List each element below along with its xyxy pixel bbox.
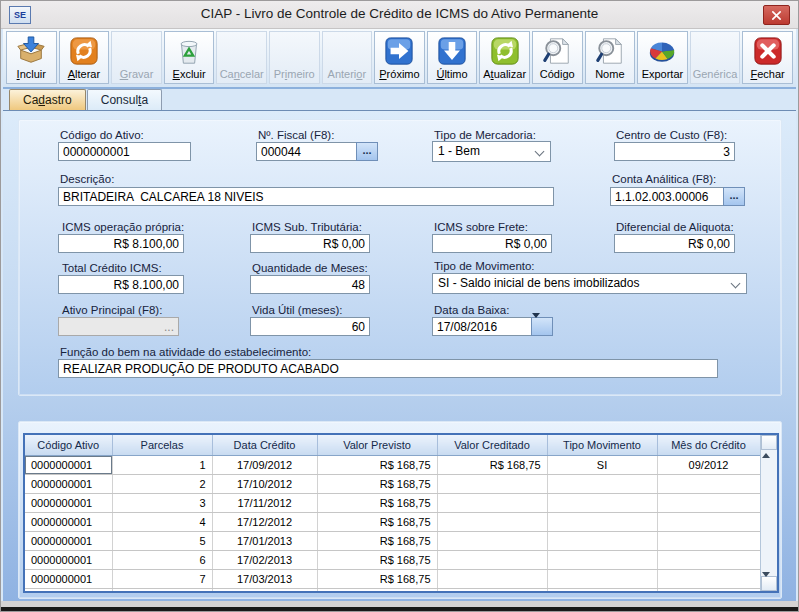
grid-column-header[interactable]: Valor Previsto <box>317 435 437 455</box>
table-cell <box>547 569 657 588</box>
num-fiscal-label: Nº. Fiscal (F8): <box>258 129 334 141</box>
grid-column-header[interactable]: Valor Creditado <box>437 435 547 455</box>
search-document-icon <box>542 34 572 68</box>
table-cell: 0000000001 <box>25 531 112 550</box>
toolbar-button-label: Próximo <box>379 68 419 81</box>
toolbar-button-exportar[interactable]: Exportar <box>637 31 688 84</box>
table-row[interactable]: 0000000001217/10/2012R$ 168,75 <box>25 474 760 493</box>
table-row[interactable]: 0000000001517/01/2013R$ 168,75 <box>25 531 760 550</box>
table-cell: 09/2012 <box>657 455 760 474</box>
toolbar-button-primeiro: Primeiro <box>269 31 320 84</box>
grid-column-header[interactable]: Mês do Crédito <box>657 435 760 455</box>
data-baixa-input[interactable] <box>432 317 532 336</box>
conta-analitica-label: Conta Análitica (F8): <box>612 173 716 185</box>
table-cell <box>657 588 760 591</box>
grid-column-header[interactable]: Parcelas <box>112 435 212 455</box>
orange-refresh-icon <box>69 34 99 68</box>
table-row[interactable]: 0000000001417/12/2012R$ 168,75 <box>25 512 760 531</box>
toolbar-button-anterior: Anterior <box>322 31 373 84</box>
icms-frete-label: ICMS sobre Frete: <box>434 221 528 233</box>
toolbar-button-label: Alterar <box>68 68 100 81</box>
num-fiscal-input[interactable] <box>256 142 357 161</box>
scroll-down-button[interactable] <box>761 576 777 591</box>
toolbar-button-atualizar[interactable]: Atualizar <box>479 31 530 84</box>
toolbar-button-ultimo[interactable]: Último <box>427 31 478 84</box>
grid-column-header[interactable]: Tipo Movimento <box>547 435 657 455</box>
table-cell: 0000000001 <box>25 588 112 591</box>
scroll-down-arrow-icon <box>762 572 770 593</box>
search-document-icon <box>595 34 625 68</box>
table-cell: 0000000001 <box>25 550 112 569</box>
table-cell: 6 <box>112 550 212 569</box>
table-cell: R$ 168,75 <box>317 474 437 493</box>
toolbar-button-label: Genérica <box>693 68 738 81</box>
icms-st-input[interactable] <box>250 234 370 253</box>
table-row[interactable]: 0000000001117/09/2012R$ 168,75R$ 168,75S… <box>25 455 760 474</box>
toolbar-button-nome[interactable]: Nome <box>585 31 636 84</box>
data-baixa-dropdown-button[interactable] <box>531 317 553 336</box>
chevron-down-icon <box>535 147 545 157</box>
vida-util-input[interactable] <box>250 317 370 336</box>
titlebar: SE CIAP - Livro de Controle de Crédito d… <box>1 1 798 29</box>
toolbar-button-excluir[interactable]: Excluir <box>164 31 215 84</box>
table-cell: 2 <box>112 474 212 493</box>
grid-column-header[interactable]: Data Crédito <box>212 435 317 455</box>
conta-analitica-input[interactable] <box>610 187 724 206</box>
box-arrow-down-icon <box>16 34 46 68</box>
table-cell: 5 <box>112 531 212 550</box>
vertical-scrollbar[interactable] <box>760 435 777 591</box>
arrow-right-icon <box>384 34 414 68</box>
num-fiscal-browse-button[interactable]: ... <box>356 142 378 161</box>
total-credito-input[interactable] <box>58 275 184 294</box>
scroll-up-button[interactable] <box>761 435 777 450</box>
table-cell: 4 <box>112 512 212 531</box>
form-panel: Código do Ativo: Nº. Fiscal (F8): ... Ti… <box>18 119 782 396</box>
table-row[interactable]: 0000000001617/02/2013R$ 168,75 <box>25 550 760 569</box>
table-cell: 17/01/2013 <box>212 531 317 550</box>
table-cell: 0000000001 <box>25 474 112 493</box>
table-cell <box>547 474 657 493</box>
icms-operacao-input[interactable] <box>58 234 184 253</box>
tabstrip: Cadastro Consulta <box>3 89 796 111</box>
table-cell <box>547 588 657 591</box>
grid-column-header[interactable]: Código Ativo <box>25 435 112 455</box>
toolbar-button-incluir[interactable]: Incluir <box>6 31 57 84</box>
conta-analitica-browse-button[interactable]: ... <box>723 187 745 206</box>
table-row[interactable]: 0000000001317/11/2012R$ 168,75 <box>25 493 760 512</box>
icms-frete-input[interactable] <box>432 234 552 253</box>
toolbar: Incluir Alterar Gravar <box>3 29 796 89</box>
dropdown-arrow-icon <box>532 313 540 335</box>
toolbar-button-label: Último <box>436 68 467 81</box>
tab-consulta[interactable]: Consulta <box>87 89 162 110</box>
funcao-bem-input[interactable] <box>58 359 718 378</box>
table-cell <box>437 588 547 591</box>
table-row[interactable]: 0000000001717/03/2013R$ 168,75 <box>25 569 760 588</box>
toolbar-button-label: Gravar <box>120 68 154 81</box>
codigo-ativo-input[interactable] <box>58 142 191 161</box>
ativo-principal-label: Ativo Principal (F8): <box>62 304 162 316</box>
close-button[interactable] <box>763 5 790 25</box>
toolbar-button-label: Primeiro <box>274 68 315 81</box>
toolbar-button-codigo[interactable]: Código <box>532 31 583 84</box>
table-cell: 17/03/2013 <box>212 569 317 588</box>
quantidade-meses-input[interactable] <box>250 275 370 294</box>
table-cell: R$ 168,75 <box>317 588 437 591</box>
toolbar-button-fechar[interactable]: Fechar <box>742 31 793 84</box>
descricao-input[interactable] <box>58 187 554 206</box>
table-cell <box>657 474 760 493</box>
diferencial-aliquota-input[interactable] <box>614 234 735 253</box>
red-x-icon <box>753 34 783 68</box>
table-cell: 7 <box>112 569 212 588</box>
table-row[interactable]: 0000000001817/04/2013R$ 168,75 <box>25 588 760 591</box>
table-cell: SI <box>547 455 657 474</box>
table-cell: R$ 168,75 <box>317 512 437 531</box>
toolbar-button-alterar[interactable]: Alterar <box>59 31 110 84</box>
tipo-mercadoria-select[interactable]: 1 - Bem <box>432 141 551 162</box>
toolbar-button-label: Atualizar <box>483 68 526 81</box>
table-cell <box>547 531 657 550</box>
table-cell <box>547 512 657 531</box>
centro-custo-input[interactable] <box>614 142 735 161</box>
tab-cadastro[interactable]: Cadastro <box>9 89 86 110</box>
tipo-movimento-select[interactable]: SI - Saldo inicial de bens imobilizados <box>432 273 747 294</box>
toolbar-button-proximo[interactable]: Próximo <box>374 31 425 84</box>
